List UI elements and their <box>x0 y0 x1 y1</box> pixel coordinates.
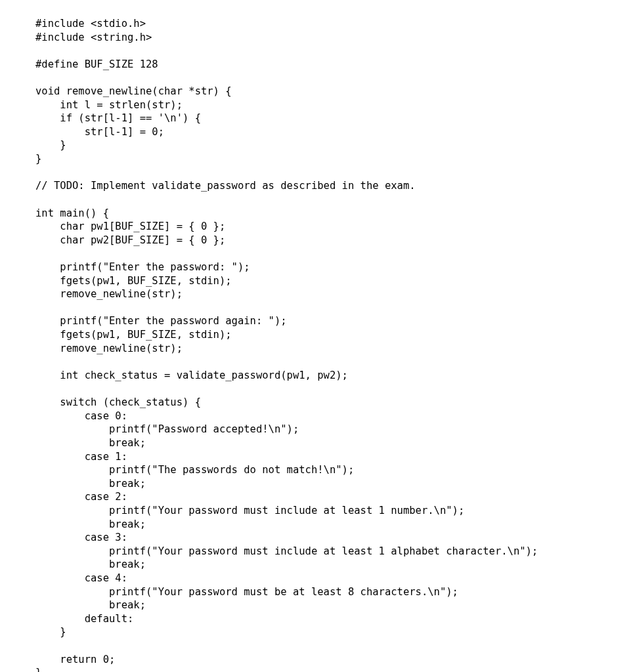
code-block: #include <stdio.h> #include <string.h> #… <box>0 0 635 672</box>
